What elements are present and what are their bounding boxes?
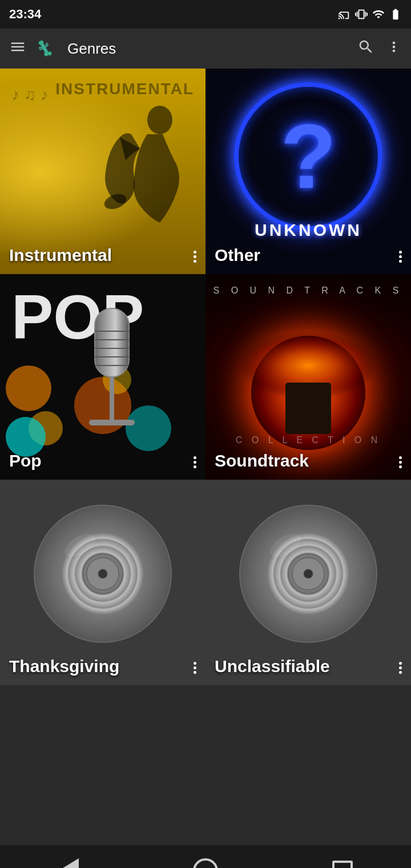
thanksgiving-vinyl-art	[29, 500, 177, 650]
svg-rect-19	[285, 383, 331, 434]
microphone-art	[66, 297, 158, 457]
status-bar: 23:34	[0, 0, 411, 29]
app-icon	[35, 37, 58, 60]
svg-point-28	[304, 569, 313, 578]
genre-grid: ♪ ♫ ♪ INSTRUMENTAL Instrumental ? UNKNOW…	[0, 69, 411, 685]
unclassifiable-vinyl-art	[234, 500, 382, 650]
toolbar: Genres	[0, 29, 411, 69]
genre-label-unclassifiable: Unclassifiable	[215, 657, 330, 676]
genre-item-other[interactable]: ? UNKNOWN Other	[206, 69, 411, 274]
nav-back-icon	[58, 858, 79, 868]
soundtrack-bottom-text: C O L L E C T I O N	[211, 435, 405, 445]
menu-icon[interactable]	[9, 38, 26, 59]
status-time: 23:34	[9, 7, 41, 22]
nav-home-button[interactable]	[183, 848, 228, 868]
genre-more-btn-soundtrack[interactable]	[397, 454, 404, 471]
genre-more-btn-thanksgiving[interactable]	[191, 660, 199, 676]
genre-label-other: Other	[215, 246, 260, 265]
instrumental-art-text: INSTRUMENTAL	[55, 80, 194, 98]
genre-label-instrumental: Instrumental	[9, 246, 112, 265]
nav-recents-icon	[332, 861, 353, 868]
music-notes: ♪ ♫ ♪	[11, 86, 49, 104]
svg-point-23	[98, 569, 107, 578]
genre-more-btn-pop[interactable]	[191, 454, 199, 471]
vibrate-icon	[355, 8, 368, 21]
soundtrack-top-text: S O U N D T R A C K S	[211, 286, 405, 296]
wifi-icon	[372, 8, 385, 21]
nav-recents-button[interactable]	[320, 848, 365, 868]
toolbar-actions	[357, 38, 402, 59]
content-spacer	[0, 685, 411, 845]
instrumental-art	[86, 103, 188, 251]
genre-item-thanksgiving[interactable]: Thanksgiving	[0, 480, 206, 685]
toolbar-title: Genres	[67, 40, 348, 58]
genre-more-btn-other[interactable]	[397, 248, 404, 265]
navigation-bar	[0, 845, 411, 868]
soundtrack-art	[228, 320, 388, 434]
genre-item-soundtrack[interactable]: S O U N D T R A C K S C O L L E C T I O …	[206, 274, 411, 480]
genre-item-pop[interactable]: POP Pop	[0, 274, 206, 480]
svg-point-8	[147, 106, 172, 134]
cast-icon	[338, 8, 350, 21]
genre-item-unclassifiable[interactable]: Unclassifiable	[206, 480, 411, 685]
more-options-icon[interactable]	[386, 39, 402, 59]
genre-label-soundtrack: Soundtrack	[215, 451, 309, 471]
svg-rect-17	[89, 420, 135, 425]
unknown-art-text: UNKNOWN	[206, 220, 411, 240]
genre-item-instrumental[interactable]: ♪ ♫ ♪ INSTRUMENTAL Instrumental	[0, 69, 206, 274]
status-icons	[338, 8, 402, 21]
svg-rect-10	[95, 308, 129, 377]
genre-label-thanksgiving: Thanksgiving	[9, 657, 119, 676]
genre-label-pop: Pop	[9, 451, 42, 471]
genre-more-btn-instrumental[interactable]	[191, 248, 199, 265]
genre-more-btn-unclassifiable[interactable]	[397, 660, 404, 676]
neon-circle-art: ?	[234, 82, 382, 231]
nav-back-button[interactable]	[46, 848, 91, 868]
nav-home-icon	[193, 858, 218, 868]
battery-icon	[389, 8, 402, 21]
search-icon[interactable]	[357, 38, 374, 59]
svg-rect-16	[110, 377, 114, 423]
